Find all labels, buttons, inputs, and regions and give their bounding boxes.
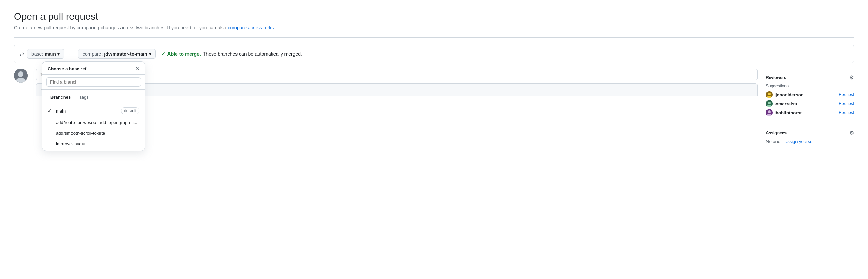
reviewer-avatar-omarreiss: [766, 100, 773, 107]
reviewer-left-3: boblinthorst: [766, 109, 802, 116]
branch-list-item[interactable]: ✓ main default: [42, 105, 145, 117]
branch-list: ✓ main default add/route-for-wpseo_add_o…: [42, 103, 145, 151]
avatar: [14, 69, 28, 83]
merge-status: ✓ Able to merge. These branches can be a…: [161, 51, 302, 57]
reviewers-title: Reviewers: [766, 75, 786, 80]
tab-tags[interactable]: Tags: [75, 93, 93, 103]
branch-item-name: add/route-for-wpseo_add_opengraph_i...: [56, 120, 139, 125]
base-label: base:: [31, 51, 43, 57]
reviewers-section: Reviewers ⚙ Suggestions jonoalderson Req…: [766, 69, 854, 124]
reviewer-name-omarreiss: omarreiss: [775, 101, 797, 106]
reviewer-item-omarreiss: omarreiss Request: [766, 100, 854, 107]
assign-yourself-link[interactable]: assign yourself: [785, 139, 815, 144]
check-icon: ✓: [161, 51, 165, 57]
compare-branch-button[interactable]: compare: jdv/master-to-main ▾: [78, 49, 156, 59]
dropdown-header: Choose a base ref ✕: [42, 62, 145, 75]
branch-list-item[interactable]: improve-layout: [42, 138, 145, 149]
dropdown-tabs: Branches Tags: [42, 90, 145, 103]
page-title: Open a pull request: [14, 11, 854, 22]
search-wrap: [42, 75, 145, 90]
svg-point-10: [768, 110, 771, 113]
default-badge: default: [121, 107, 139, 114]
compare-forks-link[interactable]: compare across forks.: [228, 25, 275, 30]
reviewer-left-2: omarreiss: [766, 100, 797, 107]
svg-point-4: [768, 93, 771, 95]
branch-list-item[interactable]: add/smooth-scroll-to-site: [42, 128, 145, 138]
chevron-down-icon: ▾: [57, 51, 60, 57]
branch-item-name: main: [56, 108, 118, 114]
branch-item-name: add/smooth-scroll-to-site: [56, 131, 139, 136]
svg-point-1: [18, 71, 23, 77]
assignees-text: No one—assign yourself: [766, 139, 854, 144]
compare-bar: ⇄ base: main ▾ ← compare: jdv/master-to-…: [14, 45, 854, 63]
reviewer-avatar-jonoalderson: [766, 91, 773, 98]
assignees-section: Assignees ⚙ No one—assign yourself: [766, 124, 854, 150]
branch-item-name: improve-layout: [56, 141, 139, 146]
branch-check-icon: ✓: [48, 108, 53, 114]
assignees-title: Assignees: [766, 131, 787, 135]
branch-search-input[interactable]: [46, 77, 141, 87]
swap-branches-button[interactable]: ←: [67, 49, 75, 58]
merge-status-bold: Able to merge.: [167, 51, 201, 57]
merge-status-text: These branches can be automatically merg…: [203, 51, 302, 57]
compare-icon: ⇄: [20, 51, 24, 57]
request-button-jonoalderson[interactable]: Request: [839, 92, 854, 97]
reviewer-name-boblinthorst: boblinthorst: [775, 110, 802, 115]
request-button-omarreiss[interactable]: Request: [839, 101, 854, 106]
page-subtitle: Create a new pull request by comparing c…: [14, 25, 854, 30]
reviewers-header: Reviewers ⚙: [766, 74, 854, 81]
reviewers-gear-icon[interactable]: ⚙: [849, 74, 854, 81]
reviewer-name-jonoalderson: jonoalderson: [775, 92, 804, 97]
compare-label: compare:: [83, 51, 103, 57]
base-branch-button[interactable]: base: main ▾: [27, 49, 64, 59]
reviewer-item-boblinthorst: boblinthorst Request: [766, 109, 854, 116]
reviewer-left: jonoalderson: [766, 91, 804, 98]
reviewer-item-jonoalderson: jonoalderson Request: [766, 91, 854, 98]
right-sidebar: Reviewers ⚙ Suggestions jonoalderson Req…: [766, 69, 854, 150]
close-dropdown-button[interactable]: ✕: [135, 66, 139, 71]
request-button-boblinthorst[interactable]: Request: [839, 110, 854, 115]
base-ref-dropdown: Choose a base ref ✕ Branches Tags ✓ main…: [42, 61, 145, 151]
compare-branch-name: jdv/master-to-main: [104, 51, 147, 57]
branch-list-item[interactable]: add/route-for-wpseo_add_opengraph_i...: [42, 117, 145, 128]
assignees-header: Assignees ⚙: [766, 129, 854, 136]
assignees-gear-icon[interactable]: ⚙: [849, 129, 854, 136]
reviewer-avatar-boblinthorst: [766, 109, 773, 116]
divider: [14, 37, 854, 38]
svg-point-7: [768, 102, 771, 104]
tab-branches[interactable]: Branches: [46, 93, 75, 103]
suggestions-label: Suggestions: [766, 84, 854, 88]
dropdown-title: Choose a base ref: [48, 66, 86, 71]
base-branch-name: main: [45, 51, 56, 57]
chevron-down-icon-2: ▾: [149, 51, 151, 57]
